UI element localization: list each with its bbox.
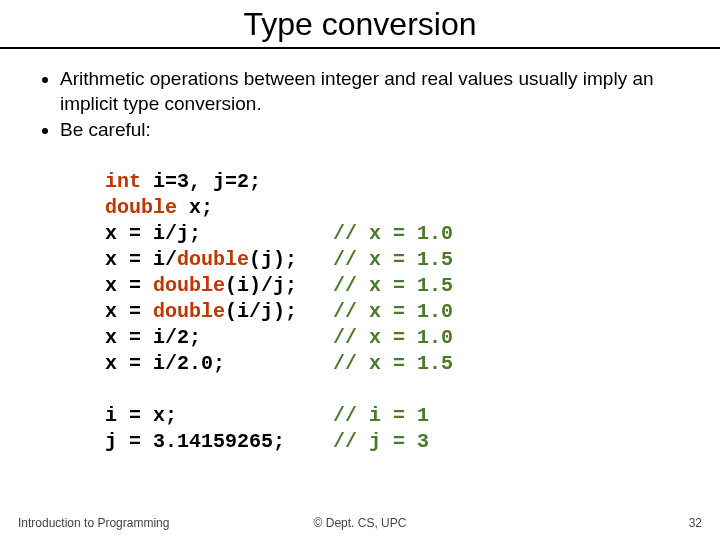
- code-text: x = i/j;: [105, 222, 201, 245]
- code-block: int i=3, j=2; double x; x = i/j; // x = …: [0, 145, 720, 455]
- comment: // i = 1: [333, 404, 429, 427]
- comment: // x = 1.5: [333, 248, 453, 271]
- comment: // x = 1.5: [333, 274, 453, 297]
- code-text: (i/j);: [225, 300, 297, 323]
- code-text: x;: [177, 196, 213, 219]
- bullet-list: Arithmetic operations between integer an…: [0, 49, 720, 143]
- code-text: i = x;: [105, 404, 177, 427]
- bullet-item: Arithmetic operations between integer an…: [60, 67, 680, 116]
- comment: // x = 1.0: [333, 326, 453, 349]
- page-number: 32: [689, 516, 702, 530]
- keyword: double: [153, 274, 225, 297]
- comment: // j = 3: [333, 430, 429, 453]
- code-text: j = 3.14159265;: [105, 430, 285, 453]
- comment: // x = 1.0: [333, 222, 453, 245]
- slide-title: Type conversion: [0, 0, 720, 47]
- code-text: x =: [105, 274, 153, 297]
- keyword: double: [177, 248, 249, 271]
- bullet-item: Be careful:: [60, 118, 680, 143]
- code-text: (i)/j;: [225, 274, 297, 297]
- footer-center: © Dept. CS, UPC: [0, 516, 720, 530]
- code-text: x = i/2.0;: [105, 352, 225, 375]
- keyword: double: [153, 300, 225, 323]
- code-text: i=3, j=2;: [141, 170, 261, 193]
- code-text: x = i/: [105, 248, 177, 271]
- code-text: (j);: [249, 248, 297, 271]
- code-text: x =: [105, 300, 153, 323]
- keyword: double: [105, 196, 177, 219]
- code-text: x = i/2;: [105, 326, 201, 349]
- comment: // x = 1.0: [333, 300, 453, 323]
- keyword: int: [105, 170, 141, 193]
- comment: // x = 1.5: [333, 352, 453, 375]
